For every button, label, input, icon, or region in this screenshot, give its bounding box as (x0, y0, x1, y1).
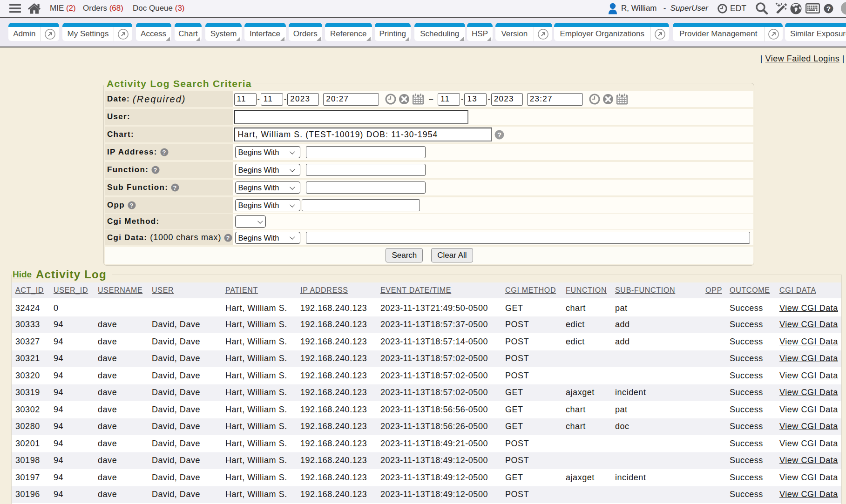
svg-text:?: ? (154, 167, 158, 174)
svg-text:?: ? (129, 202, 134, 209)
svg-text:?: ? (226, 234, 230, 241)
svg-text:?: ? (173, 184, 177, 191)
svg-text:?: ? (497, 131, 501, 139)
svg-text:?: ? (162, 149, 166, 156)
svg-text:?: ? (826, 5, 831, 13)
